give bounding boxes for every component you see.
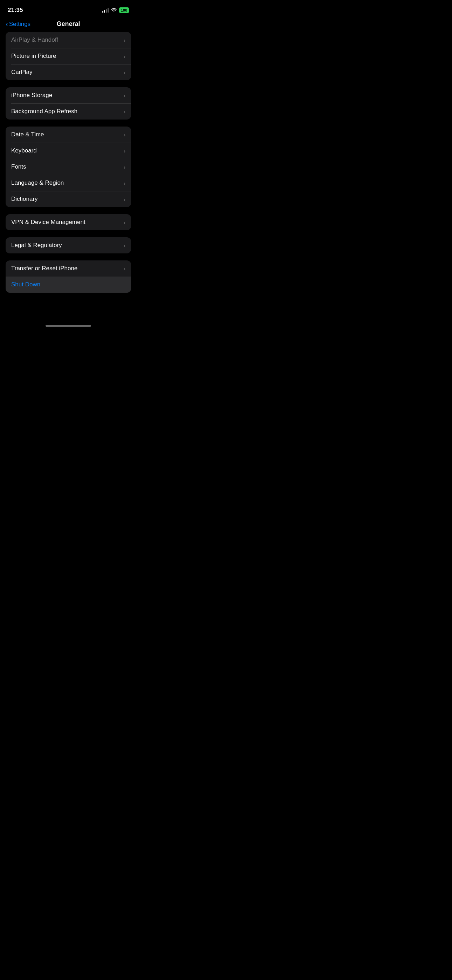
group-reset: Transfer or Reset iPhone › Shut Down — [6, 261, 131, 293]
nav-bar: ‹ Settings General — [0, 18, 137, 32]
chevron-icon: › — [124, 132, 126, 138]
chevron-icon: › — [124, 196, 126, 202]
keyboard-label: Keyboard — [11, 147, 37, 154]
settings-item-legal[interactable]: Legal & Regulatory › — [6, 237, 131, 253]
transfer-reset-label: Transfer or Reset iPhone — [11, 265, 78, 272]
fonts-label: Fonts — [11, 163, 26, 170]
settings-item-background-app-refresh[interactable]: Background App Refresh › — [6, 103, 131, 119]
chevron-icon: › — [124, 266, 126, 272]
home-bar — [46, 325, 91, 327]
airplay-label: AirPlay & Handoff — [11, 37, 58, 43]
wifi-icon — [111, 7, 117, 13]
chevron-icon: › — [124, 69, 126, 75]
language-region-label: Language & Region — [11, 180, 64, 186]
back-button-label: Settings — [9, 21, 30, 28]
settings-item-shut-down[interactable]: Shut Down — [6, 277, 131, 293]
settings-item-transfer-reset[interactable]: Transfer or Reset iPhone › — [6, 261, 131, 277]
battery-icon: 100 — [119, 7, 129, 13]
status-bar: 21:35 100 — [0, 0, 137, 18]
date-time-label: Date & Time — [11, 131, 44, 138]
chevron-icon: › — [124, 109, 126, 115]
settings-item-picture-in-picture[interactable]: Picture in Picture › — [6, 48, 131, 64]
back-chevron-icon: ‹ — [6, 20, 8, 28]
back-button[interactable]: ‹ Settings — [6, 20, 30, 28]
settings-item-dictionary[interactable]: Dictionary › — [6, 191, 131, 207]
shut-down-label: Shut Down — [11, 281, 40, 288]
chevron-icon: › — [124, 220, 126, 225]
settings-scroll: AirPlay & Handoff › Picture in Picture ›… — [0, 32, 137, 314]
status-icons: 100 — [102, 7, 129, 13]
chevron-icon: › — [124, 37, 126, 43]
settings-item-language-region[interactable]: Language & Region › — [6, 175, 131, 191]
settings-item-date-time[interactable]: Date & Time › — [6, 127, 131, 143]
home-indicator — [0, 321, 137, 329]
group-datetime: Date & Time › Keyboard › Fonts › Languag… — [6, 127, 131, 207]
iphone-storage-label: iPhone Storage — [11, 92, 52, 99]
vpn-label: VPN & Device Management — [11, 219, 86, 226]
chevron-icon: › — [124, 53, 126, 59]
chevron-icon: › — [124, 148, 126, 154]
settings-item-keyboard[interactable]: Keyboard › — [6, 143, 131, 159]
settings-item-carplay[interactable]: CarPlay › — [6, 64, 131, 80]
chevron-icon: › — [124, 92, 126, 99]
background-app-refresh-label: Background App Refresh — [11, 108, 78, 115]
carplay-label: CarPlay — [11, 69, 32, 76]
dictionary-label: Dictionary — [11, 196, 38, 203]
chevron-icon: › — [124, 180, 126, 186]
settings-item-airplay[interactable]: AirPlay & Handoff › — [6, 32, 131, 48]
legal-label: Legal & Regulatory — [11, 242, 62, 249]
settings-item-iphone-storage[interactable]: iPhone Storage › — [6, 87, 131, 103]
group-storage: iPhone Storage › Background App Refresh … — [6, 87, 131, 119]
chevron-icon: › — [124, 164, 126, 170]
picture-in-picture-label: Picture in Picture — [11, 52, 56, 60]
page-title: General — [56, 20, 80, 28]
signal-bars-icon — [102, 8, 108, 13]
chevron-icon: › — [124, 243, 126, 248]
settings-item-vpn[interactable]: VPN & Device Management › — [6, 214, 131, 230]
group-vpn: VPN & Device Management › — [6, 214, 131, 230]
group-top-partial: AirPlay & Handoff › Picture in Picture ›… — [6, 32, 131, 80]
group-legal: Legal & Regulatory › — [6, 237, 131, 253]
settings-item-fonts[interactable]: Fonts › — [6, 159, 131, 175]
status-time: 21:35 — [8, 7, 23, 14]
battery-level: 100 — [121, 8, 127, 12]
